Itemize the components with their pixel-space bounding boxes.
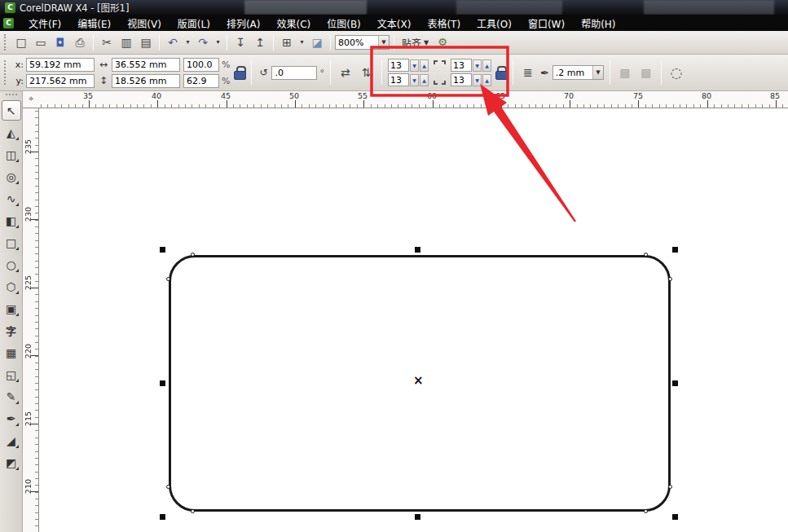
selection-handle-top-middle[interactable] [415,247,420,253]
selection-handle-top-right[interactable] [672,247,678,253]
corner-radius-bottom-right-spinner[interactable]: 13 ▼ ▲ [451,73,491,86]
x-position-input[interactable] [26,58,95,72]
eyedropper-tool[interactable]: ✎ [2,386,21,407]
options-button[interactable]: ⚙ [434,33,451,51]
zoom-level-input[interactable] [336,36,378,49]
corner-radius-top-right-value[interactable]: 13 [451,59,472,72]
toolbox-grip[interactable] [6,94,17,98]
chevron-down-icon[interactable]: ▼ [592,66,603,79]
basic-shapes-tool[interactable]: ▣ [2,298,21,319]
selection-handle-bottom-right[interactable] [672,514,678,520]
import-button[interactable]: ↧ [231,33,249,51]
corner-radius-bottom-left-spinner[interactable]: 13 ▼ ▲ [388,73,429,86]
crop-tool[interactable]: ◫ [2,144,21,165]
print-button[interactable]: ⎙ [71,33,89,51]
menu-edit[interactable]: 编辑(E) [69,15,119,32]
text-tool[interactable]: 字 [2,320,21,341]
ellipse-tool[interactable]: ○ [2,254,21,275]
undo-dropdown[interactable]: ▾ [183,33,192,51]
drawing-canvas[interactable]: × [39,108,788,532]
corner-node[interactable] [668,485,672,489]
interactive-fill-tool[interactable]: ◩ [2,452,21,473]
spinner-down-button[interactable]: ▼ [473,59,482,72]
corner-radius-bottom-right-value[interactable]: 13 [451,73,472,86]
corner-node[interactable] [191,509,195,513]
corner-node[interactable] [644,509,648,513]
selection-handle-middle-right[interactable] [672,380,678,386]
spinner-down-button[interactable]: ▼ [410,74,419,86]
fill-tool[interactable]: ◢ [2,430,21,451]
corner-radius-bottom-left-value[interactable]: 13 [388,73,409,86]
polygon-tool[interactable]: ⬡ [2,276,21,297]
object-width-input[interactable] [112,58,180,72]
outline-width-input[interactable] [553,66,592,79]
menu-bitmaps[interactable]: 位图(B) [319,15,369,32]
new-document-button[interactable]: □ [12,33,30,51]
welcome-screen-button[interactable]: ◪ [308,33,326,51]
corner-node[interactable] [191,253,195,257]
application-launcher-button[interactable]: ⊞ [278,33,296,51]
corner-radius-top-left-spinner[interactable]: 13 ▼ ▲ [388,59,429,72]
undo-button[interactable]: ↶ [164,33,182,51]
spinner-up-button[interactable]: ▲ [420,74,429,86]
corner-radius-top-right-spinner[interactable]: 13 ▼ ▲ [451,59,491,72]
rotation-angle-input[interactable] [271,66,317,80]
application-launcher-dropdown[interactable]: ▾ [297,33,306,51]
spinner-down-button[interactable]: ▼ [473,74,482,86]
cut-button[interactable]: ✂ [98,33,116,51]
copy-button[interactable]: ▥ [117,33,135,51]
mirror-horizontal-button[interactable]: ⇄ [337,64,354,81]
wrap-text-button[interactable]: ≣ [519,64,537,81]
save-button[interactable]: ◘ [51,33,69,51]
menu-window[interactable]: 窗口(W) [520,15,573,32]
outline-pen-tool[interactable]: ✒ [2,408,21,429]
zoom-level-combo[interactable]: ▼ [335,35,390,50]
paste-button[interactable]: ▤ [137,33,155,51]
horizontal-ruler[interactable]: 35 40 45 50 55 60 65 70 75 80 85 [39,91,788,108]
menu-layout[interactable]: 版面(L) [169,15,218,32]
menu-file[interactable]: 文件(F) [20,15,69,32]
lock-corners-together-icon[interactable] [495,66,507,80]
scale-vertical-input[interactable] [183,74,219,88]
spinner-up-button[interactable]: ▲ [482,59,491,72]
freehand-tool[interactable]: ∿ [2,188,21,209]
menu-arrange[interactable]: 排列(A) [218,15,269,32]
menu-effects[interactable]: 效果(C) [268,15,319,32]
selection-handle-bottom-middle[interactable] [415,514,420,520]
selection-handle-bottom-left[interactable] [160,514,165,520]
corner-node[interactable] [166,277,170,281]
corner-radius-top-left-value[interactable]: 13 [388,59,409,72]
table-tool[interactable]: ▦ [2,342,21,363]
spinner-up-button[interactable]: ▲ [482,74,491,86]
to-front-of-layer-button[interactable]: ▩ [616,64,634,81]
ruler-origin[interactable]: ⌖ [23,91,39,108]
redo-button[interactable]: ↷ [194,33,212,51]
smart-fill-tool[interactable]: ◧ [2,210,21,231]
menu-view[interactable]: 视图(V) [119,15,169,32]
mirror-vertical-button[interactable]: ⇅ [358,64,376,81]
corner-node[interactable] [644,253,648,257]
object-height-input[interactable] [112,74,180,88]
menu-text[interactable]: 文本(X) [369,15,420,32]
shape-tool[interactable]: ◭ [2,122,21,143]
lock-ratio-icon[interactable] [233,66,245,80]
outline-width-combo[interactable]: ▼ [552,65,604,80]
pick-tool[interactable]: ↖ [2,100,21,121]
redo-dropdown[interactable]: ▾ [214,33,222,51]
selection-handle-middle-left[interactable] [160,380,165,386]
vertical-ruler[interactable]: 235 230 225 220 215 210 [23,108,39,532]
spinner-down-button[interactable]: ▼ [410,59,419,72]
toolbar-grip[interactable] [4,60,8,86]
menu-table[interactable]: 表格(T) [419,15,469,32]
open-button[interactable]: ▭ [32,33,50,51]
zoom-tool[interactable]: ◎ [2,166,21,187]
menu-help[interactable]: 帮助(H) [573,15,623,32]
menu-tools[interactable]: 工具(O) [469,15,520,32]
selection-handle-top-left[interactable] [160,247,165,253]
convert-to-curves-button[interactable]: ◌ [667,64,685,81]
export-button[interactable]: ↥ [251,33,269,51]
rectangle-tool[interactable]: □ [2,232,21,253]
toolbar-grip[interactable] [4,34,8,51]
spinner-up-button[interactable]: ▲ [420,59,429,72]
blend-tool[interactable]: ◱ [2,364,21,385]
